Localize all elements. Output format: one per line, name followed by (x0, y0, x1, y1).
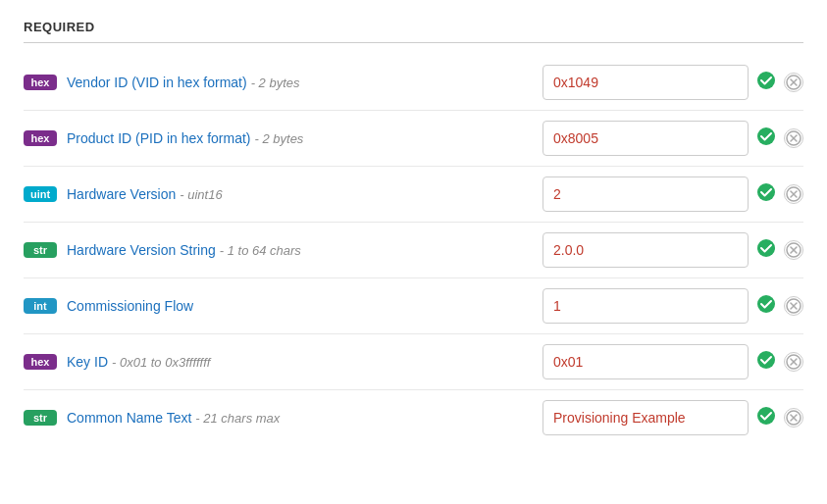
field-input-vendor-id[interactable] (543, 65, 749, 100)
type-badge-commissioning-flow: int (24, 298, 57, 314)
type-badge-vendor-id: hex (24, 75, 57, 90)
field-row: hexVendor ID (VID in hex format)- 2 byte… (24, 55, 803, 111)
field-input-key-id[interactable] (543, 344, 749, 379)
type-badge-hardware-version: uint (24, 186, 57, 202)
field-label-vendor-id: Vendor ID (VID in hex format)- 2 bytes (67, 75, 300, 90)
field-label-hardware-version-string: Hardware Version String- 1 to 64 chars (67, 242, 301, 258)
field-label-key-id: Key ID- 0x01 to 0x3fffffff (67, 354, 210, 370)
clear-icon-product-id[interactable] (784, 128, 803, 148)
field-input-area-common-name-text (543, 400, 803, 435)
field-input-area-vendor-id (543, 65, 803, 100)
svg-point-4 (757, 127, 775, 145)
field-row: strCommon Name Text- 21 chars max (24, 390, 803, 445)
label-area-vendor-id: hexVendor ID (VID in hex format)- 2 byte… (24, 75, 531, 90)
field-hint-product-id: - 2 bytes (255, 131, 304, 146)
svg-point-24 (757, 407, 775, 425)
valid-icon-vendor-id (756, 71, 776, 95)
valid-icon-hardware-version-string (756, 238, 776, 263)
field-input-area-hardware-version-string (543, 232, 803, 268)
field-row: uintHardware Version- uint16 (24, 167, 803, 223)
label-area-common-name-text: strCommon Name Text- 21 chars max (24, 410, 531, 426)
field-input-product-id[interactable] (543, 121, 749, 156)
clear-icon-key-id[interactable] (784, 352, 803, 372)
valid-icon-hardware-version (756, 182, 776, 207)
field-row: hexKey ID- 0x01 to 0x3fffffff (24, 334, 803, 390)
valid-icon-commissioning-flow (756, 294, 776, 319)
field-input-hardware-version-string[interactable] (543, 232, 749, 268)
clear-icon-vendor-id[interactable] (784, 73, 803, 92)
field-label-commissioning-flow: Commissioning Flow (67, 298, 193, 314)
svg-point-16 (757, 295, 775, 313)
svg-point-20 (757, 351, 775, 369)
type-badge-product-id: hex (24, 130, 57, 146)
clear-icon-commissioning-flow[interactable] (784, 296, 803, 316)
field-input-area-commissioning-flow (543, 288, 803, 324)
field-label-common-name-text: Common Name Text- 21 chars max (67, 410, 280, 426)
field-label-hardware-version: Hardware Version- uint16 (67, 186, 223, 202)
valid-icon-common-name-text (756, 406, 776, 430)
valid-icon-product-id (756, 126, 776, 151)
svg-point-8 (757, 183, 775, 201)
field-input-hardware-version[interactable] (543, 176, 749, 212)
type-badge-key-id: hex (24, 354, 57, 370)
field-row: strHardware Version String- 1 to 64 char… (24, 223, 803, 278)
field-row: intCommissioning Flow (24, 278, 803, 334)
clear-icon-common-name-text[interactable] (784, 408, 803, 428)
field-hint-hardware-version: - uint16 (180, 187, 222, 202)
clear-icon-hardware-version[interactable] (784, 184, 803, 204)
field-label-product-id: Product ID (PID in hex format)- 2 bytes (67, 130, 303, 146)
field-hint-vendor-id: - 2 bytes (251, 76, 300, 90)
field-hint-common-name-text: - 21 chars max (195, 411, 280, 426)
label-area-hardware-version: uintHardware Version- uint16 (24, 186, 531, 202)
main-container: REQUIRED hexVendor ID (VID in hex format… (0, 0, 827, 504)
field-input-commissioning-flow[interactable] (543, 288, 749, 324)
type-badge-hardware-version-string: str (24, 242, 57, 258)
field-input-common-name-text[interactable] (543, 400, 749, 435)
type-badge-common-name-text: str (24, 410, 57, 426)
label-area-commissioning-flow: intCommissioning Flow (24, 298, 531, 314)
field-input-area-key-id (543, 344, 803, 379)
field-hint-key-id: - 0x01 to 0x3fffffff (112, 355, 210, 370)
field-input-area-hardware-version (543, 176, 803, 212)
label-area-product-id: hexProduct ID (PID in hex format)- 2 byt… (24, 130, 531, 146)
fields-container: hexVendor ID (VID in hex format)- 2 byte… (24, 55, 803, 445)
field-row: hexProduct ID (PID in hex format)- 2 byt… (24, 111, 803, 167)
clear-icon-hardware-version-string[interactable] (784, 240, 803, 260)
field-hint-hardware-version-string: - 1 to 64 chars (220, 243, 301, 258)
label-area-hardware-version-string: strHardware Version String- 1 to 64 char… (24, 242, 531, 258)
field-input-area-product-id (543, 121, 803, 156)
svg-point-12 (757, 239, 775, 257)
svg-point-0 (757, 72, 775, 89)
label-area-key-id: hexKey ID- 0x01 to 0x3fffffff (24, 354, 531, 370)
valid-icon-key-id (756, 350, 776, 375)
section-title: REQUIRED (24, 20, 803, 43)
